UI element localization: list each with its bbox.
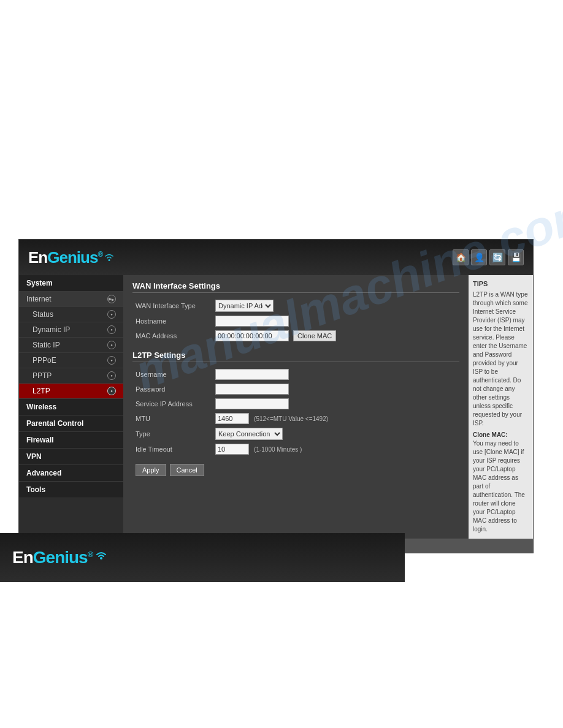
idle-timeout-cell: (1-1000 Minutes ) [212,442,459,457]
sidebar-label-parental-control: Parental Control [26,419,83,428]
sidebar-item-static-ip[interactable]: Static IP ● [19,338,123,353]
bottom-wifi-icon [94,550,109,560]
idle-timeout-input[interactable] [215,444,249,455]
static-ip-circle-icon: ● [107,341,116,349]
hostname-label: Hostname [132,314,212,328]
wan-interface-type-select[interactable]: Dynamic IP Address Static IP PPPoE PPTP … [215,300,274,312]
hostname-cell [212,314,459,328]
svg-point-1 [100,557,102,559]
tips-panel: TIPS L2TP is a WAN type through which so… [469,275,533,539]
internet-expand-icon: ▶ [107,295,116,303]
wan-interface-type-cell: Dynamic IP Address Static IP PPPoE PPTP … [212,298,459,314]
mac-address-cell: Clone MAC [212,328,459,343]
sidebar-item-firewall[interactable]: Firewall [19,432,123,449]
l2tp-form-table: Username Password Service IP Address [132,367,459,457]
bottom-brand-name-part1: En [12,548,33,567]
content-area: WAN Interface Settings WAN Interface Typ… [123,275,469,539]
save-button[interactable]: 💾 [508,249,524,265]
sidebar-label-pppoe: PPPoE [33,356,56,365]
sidebar-item-tools[interactable]: Tools [19,482,123,498]
password-row: Password [132,382,459,396]
wan-form-table: WAN Interface Type Dynamic IP Address St… [132,298,459,343]
sidebar-label-pptp: PPTP [33,371,52,380]
clone-mac-button[interactable]: Clone MAC [293,330,336,341]
brand-logo: EnGenius® [28,248,102,267]
sidebar-item-parental-control[interactable]: Parental Control [19,415,123,432]
brand-name-part2: Genius [47,248,98,267]
mtu-label: MTU [132,411,212,426]
tips-clone-mac-title: Clone MAC: [473,431,529,438]
logo-area: EnGenius® [28,248,115,267]
type-label: Type [132,426,212,442]
pppoe-circle-icon: ● [107,356,116,365]
sidebar-item-advanced[interactable]: Advanced [19,465,123,482]
service-ip-input[interactable] [215,398,289,409]
tips-clone-mac-content: You may need to use [Clone MAC] if your … [473,439,529,534]
apply-button[interactable]: Apply [136,464,166,476]
brand-name-part1: En [28,248,47,267]
brand-trademark: ® [98,250,102,259]
mac-address-row: MAC Address Clone MAC [132,328,459,343]
bottom-brand-logo: EnGenius® [12,548,93,567]
main-area: System Internet ▶ Status ● Dynamic IP ● [19,275,533,539]
service-ip-cell [212,396,459,411]
service-ip-label: Service IP Address [132,396,212,411]
sidebar-item-l2tp[interactable]: L2TP ● [19,384,123,399]
mac-address-input[interactable] [215,330,289,341]
sidebar-label-static-ip: Static IP [33,341,60,349]
tips-title: TIPS [473,280,529,287]
l2tp-circle-icon: ● [107,387,116,395]
bottom-brand-name-part2: Genius [33,548,88,567]
pptp-circle-icon: ● [107,371,116,380]
sidebar-item-pptp[interactable]: PPTP ● [19,368,123,384]
wan-interface-type-label: WAN Interface Type [132,298,212,314]
type-row: Type Keep Connection Auto Connect Manual [132,426,459,442]
sidebar-item-vpn[interactable]: VPN [19,449,123,465]
sidebar-label-system: System [26,279,53,287]
l2tp-section-title: L2TP Settings [132,351,459,362]
password-label: Password [132,382,212,396]
bottom-brand-trademark: ® [88,550,93,559]
sidebar-item-dynamic-ip[interactable]: Dynamic IP ● [19,322,123,338]
username-input[interactable] [215,369,289,380]
wan-interface-type-row: WAN Interface Type Dynamic IP Address St… [132,298,459,314]
sidebar-item-pppoe[interactable]: PPPoE ● [19,353,123,368]
svg-point-0 [109,259,110,261]
sidebar-label-vpn: VPN [26,452,42,461]
sidebar-label-dynamic-ip: Dynamic IP [33,325,70,334]
sidebar-item-internet[interactable]: Internet ▶ [19,292,123,307]
wifi-icon [103,253,115,262]
bottom-logo-bar: EnGenius® [0,533,405,582]
hostname-input[interactable] [215,316,289,327]
sidebar-label-internet: Internet [26,295,52,303]
mtu-input[interactable] [215,413,249,424]
user-button[interactable]: 👤 [471,249,487,265]
home-button[interactable]: 🏠 [453,249,469,265]
username-label: Username [132,367,212,382]
refresh-button[interactable]: 🔄 [489,249,505,265]
mtu-row: MTU (512<=MTU Value <=1492) [132,411,459,426]
service-ip-row: Service IP Address [132,396,459,411]
sidebar-item-status[interactable]: Status ● [19,307,123,322]
dynamic-ip-circle-icon: ● [107,325,116,334]
sidebar-item-system[interactable]: System [19,275,123,292]
cancel-button[interactable]: Cancel [170,464,204,476]
sidebar-label-firewall: Firewall [26,436,54,444]
status-circle-icon: ● [107,310,116,319]
password-input[interactable] [215,384,289,395]
mac-address-label: MAC Address [132,328,212,343]
idle-timeout-row: Idle Timeout (1-1000 Minutes ) [132,442,459,457]
idle-timeout-label: Idle Timeout [132,442,212,457]
mtu-hint: (512<=MTU Value <=1492) [254,415,328,422]
header-bar: EnGenius® 🏠 👤 🔄 💾 [19,240,533,275]
sidebar-item-wireless[interactable]: Wireless [19,399,123,415]
sidebar: System Internet ▶ Status ● Dynamic IP ● [19,275,123,539]
username-row: Username [132,367,459,382]
type-select[interactable]: Keep Connection Auto Connect Manual [215,428,283,440]
hostname-row: Hostname [132,314,459,328]
sidebar-label-wireless: Wireless [26,403,56,411]
header-icons: 🏠 👤 🔄 💾 [453,249,524,265]
router-ui: EnGenius® 🏠 👤 🔄 💾 System Internet [18,239,534,553]
sidebar-label-status: Status [33,310,53,319]
sidebar-label-l2tp: L2TP [33,387,50,395]
